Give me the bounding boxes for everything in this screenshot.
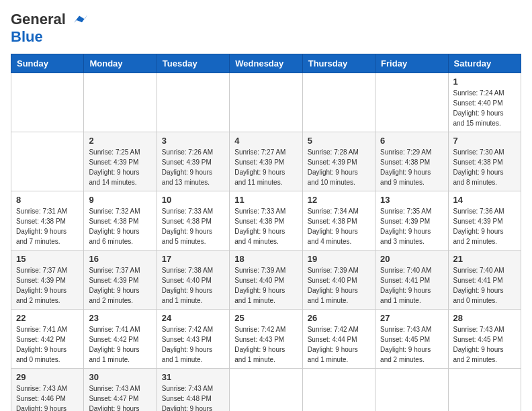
calendar-day-21: 21Sunrise: 7:40 AMSunset: 4:41 PMDayligh… (448, 250, 521, 310)
day-info: Sunrise: 7:39 AMSunset: 4:40 PMDaylight:… (308, 265, 370, 306)
day-number: 31 (162, 372, 224, 382)
day-info: Sunrise: 7:40 AMSunset: 4:41 PMDaylight:… (380, 265, 443, 306)
day-number: 26 (308, 313, 370, 323)
logo-bird-icon (71, 14, 87, 26)
day-number: 19 (308, 254, 370, 264)
day-number: 28 (453, 313, 516, 323)
calendar-day-19: 19Sunrise: 7:39 AMSunset: 4:40 PMDayligh… (302, 250, 375, 310)
day-number: 10 (162, 195, 224, 205)
calendar-day-15: 15Sunrise: 7:37 AMSunset: 4:39 PMDayligh… (11, 250, 84, 310)
column-header-tuesday: Tuesday (157, 54, 229, 73)
day-number: 27 (380, 313, 443, 323)
day-info: Sunrise: 7:37 AMSunset: 4:39 PMDaylight:… (16, 265, 79, 306)
calendar-day-17: 17Sunrise: 7:38 AMSunset: 4:40 PMDayligh… (157, 250, 229, 310)
calendar-day-22: 22Sunrise: 7:41 AMSunset: 4:42 PMDayligh… (11, 310, 84, 369)
day-number: 23 (89, 313, 151, 323)
calendar-day-13: 13Sunrise: 7:35 AMSunset: 4:39 PMDayligh… (375, 191, 448, 250)
calendar-day-23: 23Sunrise: 7:41 AMSunset: 4:42 PMDayligh… (84, 310, 157, 369)
calendar-day-16: 16Sunrise: 7:37 AMSunset: 4:39 PMDayligh… (84, 250, 157, 310)
day-number: 30 (89, 372, 151, 382)
column-header-friday: Friday (375, 54, 448, 73)
day-info: Sunrise: 7:25 AMSunset: 4:39 PMDaylight:… (89, 147, 151, 187)
day-info: Sunrise: 7:42 AMSunset: 4:43 PMDaylight:… (234, 324, 297, 365)
calendar-week-row: 2Sunrise: 7:25 AMSunset: 4:39 PMDaylight… (11, 132, 521, 191)
calendar-day-1: 1Sunrise: 7:24 AMSunset: 4:40 PMDaylight… (448, 73, 521, 132)
calendar-day-10: 10Sunrise: 7:33 AMSunset: 4:38 PMDayligh… (157, 191, 229, 250)
day-number: 9 (89, 195, 151, 205)
calendar-day-3: 3Sunrise: 7:26 AMSunset: 4:39 PMDaylight… (157, 132, 229, 191)
day-info: Sunrise: 7:39 AMSunset: 4:40 PMDaylight:… (234, 265, 297, 306)
calendar-header-row: SundayMondayTuesdayWednesdayThursdayFrid… (11, 54, 521, 73)
empty-cell (375, 369, 448, 411)
logo-blue: Blue (11, 28, 43, 46)
day-info: Sunrise: 7:33 AMSunset: 4:38 PMDaylight:… (162, 206, 224, 246)
day-number: 8 (16, 195, 79, 205)
day-info: Sunrise: 7:29 AMSunset: 4:38 PMDaylight:… (380, 147, 443, 187)
day-number: 6 (380, 136, 443, 146)
day-number: 11 (234, 195, 297, 205)
calendar-day-25: 25Sunrise: 7:42 AMSunset: 4:43 PMDayligh… (230, 310, 302, 369)
calendar-day-31: 31Sunrise: 7:43 AMSunset: 4:48 PMDayligh… (157, 369, 229, 411)
day-number: 18 (234, 254, 297, 264)
day-number: 4 (234, 136, 297, 146)
day-number: 13 (380, 195, 443, 205)
day-info: Sunrise: 7:32 AMSunset: 4:38 PMDaylight:… (89, 206, 151, 246)
day-number: 12 (308, 195, 370, 205)
empty-cell (157, 73, 229, 132)
day-info: Sunrise: 7:30 AMSunset: 4:38 PMDaylight:… (453, 147, 516, 187)
day-info: Sunrise: 7:36 AMSunset: 4:39 PMDaylight:… (453, 206, 516, 246)
calendar-day-14: 14Sunrise: 7:36 AMSunset: 4:39 PMDayligh… (448, 191, 521, 250)
day-info: Sunrise: 7:42 AMSunset: 4:43 PMDaylight:… (162, 324, 224, 365)
calendar-day-8: 8Sunrise: 7:31 AMSunset: 4:38 PMDaylight… (11, 191, 84, 250)
day-info: Sunrise: 7:43 AMSunset: 4:47 PMDaylight:… (89, 383, 151, 411)
day-info: Sunrise: 7:24 AMSunset: 4:40 PMDaylight:… (453, 88, 516, 128)
calendar-day-9: 9Sunrise: 7:32 AMSunset: 4:38 PMDaylight… (84, 191, 157, 250)
day-number: 22 (16, 313, 79, 323)
calendar-table: SundayMondayTuesdayWednesdayThursdayFrid… (11, 54, 521, 411)
calendar-day-20: 20Sunrise: 7:40 AMSunset: 4:41 PMDayligh… (375, 250, 448, 310)
day-info: Sunrise: 7:42 AMSunset: 4:44 PMDaylight:… (308, 324, 370, 365)
calendar-day-30: 30Sunrise: 7:43 AMSunset: 4:47 PMDayligh… (84, 369, 157, 411)
empty-cell (230, 369, 302, 411)
day-info: Sunrise: 7:43 AMSunset: 4:45 PMDaylight:… (380, 324, 443, 365)
day-info: Sunrise: 7:43 AMSunset: 4:48 PMDaylight:… (162, 383, 224, 411)
day-info: Sunrise: 7:35 AMSunset: 4:39 PMDaylight:… (380, 206, 443, 246)
calendar-week-row: 29Sunrise: 7:43 AMSunset: 4:46 PMDayligh… (11, 369, 521, 411)
day-number: 25 (234, 313, 297, 323)
day-info: Sunrise: 7:33 AMSunset: 4:38 PMDaylight:… (234, 206, 297, 246)
column-header-thursday: Thursday (302, 54, 375, 73)
calendar-day-6: 6Sunrise: 7:29 AMSunset: 4:38 PMDaylight… (375, 132, 448, 191)
column-header-monday: Monday (84, 54, 157, 73)
day-info: Sunrise: 7:27 AMSunset: 4:39 PMDaylight:… (234, 147, 297, 187)
day-info: Sunrise: 7:40 AMSunset: 4:41 PMDaylight:… (453, 265, 516, 306)
calendar-day-7: 7Sunrise: 7:30 AMSunset: 4:38 PMDaylight… (448, 132, 521, 191)
calendar-day-28: 28Sunrise: 7:43 AMSunset: 4:45 PMDayligh… (448, 310, 521, 369)
calendar-day-18: 18Sunrise: 7:39 AMSunset: 4:40 PMDayligh… (230, 250, 302, 310)
empty-cell (84, 73, 157, 132)
calendar-week-row: 8Sunrise: 7:31 AMSunset: 4:38 PMDaylight… (11, 191, 521, 250)
column-header-sunday: Sunday (11, 54, 84, 73)
calendar-day-24: 24Sunrise: 7:42 AMSunset: 4:43 PMDayligh… (157, 310, 229, 369)
day-number: 20 (380, 254, 443, 264)
calendar-day-2: 2Sunrise: 7:25 AMSunset: 4:39 PMDaylight… (84, 132, 157, 191)
day-number: 21 (453, 254, 516, 264)
day-info: Sunrise: 7:41 AMSunset: 4:42 PMDaylight:… (89, 324, 151, 365)
column-header-wednesday: Wednesday (230, 54, 302, 73)
day-number: 1 (453, 77, 516, 87)
calendar-day-26: 26Sunrise: 7:42 AMSunset: 4:44 PMDayligh… (302, 310, 375, 369)
svg-marker-0 (74, 15, 87, 23)
empty-cell (230, 73, 302, 132)
day-info: Sunrise: 7:37 AMSunset: 4:39 PMDaylight:… (89, 265, 151, 306)
day-number: 15 (16, 254, 79, 264)
day-number: 16 (89, 254, 151, 264)
calendar-day-11: 11Sunrise: 7:33 AMSunset: 4:38 PMDayligh… (230, 191, 302, 250)
calendar-day-12: 12Sunrise: 7:34 AMSunset: 4:38 PMDayligh… (302, 191, 375, 250)
empty-cell (302, 73, 375, 132)
day-number: 29 (16, 372, 79, 382)
day-info: Sunrise: 7:26 AMSunset: 4:39 PMDaylight:… (162, 147, 224, 187)
day-info: Sunrise: 7:43 AMSunset: 4:46 PMDaylight:… (16, 383, 79, 411)
calendar-week-row: 22Sunrise: 7:41 AMSunset: 4:42 PMDayligh… (11, 310, 521, 369)
day-info: Sunrise: 7:41 AMSunset: 4:42 PMDaylight:… (16, 324, 79, 365)
logo: General Blue (11, 11, 87, 46)
day-number: 5 (308, 136, 370, 146)
